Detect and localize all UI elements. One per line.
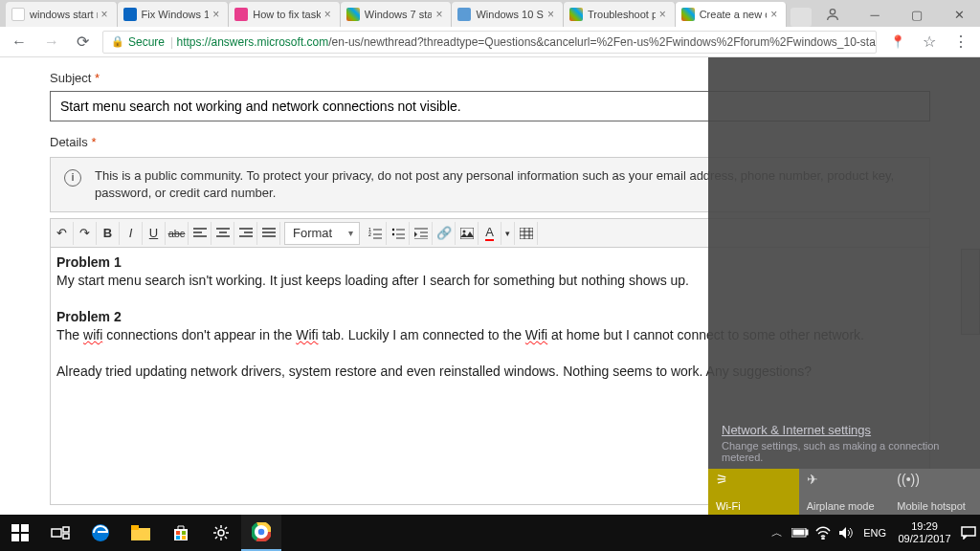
tab-1[interactable]: Fix Windows 10× xyxy=(118,2,230,27)
svg-point-4 xyxy=(391,233,393,235)
windows-taskbar: ︿ ENG 19:2909/21/2017 xyxy=(0,515,980,551)
indent-button[interactable] xyxy=(410,222,433,245)
hotspot-icon: ((•)) xyxy=(897,473,972,486)
profile-icon[interactable] xyxy=(812,2,854,27)
svg-rect-7 xyxy=(520,228,533,239)
svg-point-23 xyxy=(218,530,224,536)
svg-point-3 xyxy=(391,229,393,231)
close-icon[interactable]: × xyxy=(547,10,557,19)
settings-icon[interactable] xyxy=(201,515,241,551)
battery-icon[interactable] xyxy=(789,515,812,551)
svg-rect-34 xyxy=(962,527,975,536)
bullet-list-button[interactable] xyxy=(387,222,410,245)
text-color-button[interactable]: A xyxy=(479,222,501,245)
table-button[interactable] xyxy=(515,222,538,245)
tab-0[interactable]: windows start m× xyxy=(6,2,118,27)
edge-icon[interactable] xyxy=(80,515,121,551)
clock[interactable]: 19:2909/21/2017 xyxy=(892,520,957,545)
strike-button[interactable]: abc xyxy=(166,222,189,245)
svg-rect-5 xyxy=(460,228,474,239)
address-bar[interactable]: 🔒 Secure | https://answers.microsoft.com… xyxy=(102,31,877,54)
svg-rect-17 xyxy=(131,525,139,530)
airplane-tile[interactable]: ✈Airplane mode xyxy=(799,469,890,515)
volume-icon[interactable] xyxy=(835,515,858,551)
svg-point-6 xyxy=(462,230,465,232)
window-minimize[interactable]: ─ xyxy=(854,2,896,27)
underline-button[interactable]: U xyxy=(143,222,166,245)
svg-point-33 xyxy=(822,538,824,540)
info-icon: i xyxy=(64,169,81,187)
tab-5[interactable]: Troubleshoot p× xyxy=(564,2,676,27)
explorer-icon[interactable] xyxy=(121,515,161,551)
numbered-list-button[interactable]: 12 xyxy=(364,222,387,245)
redo-button[interactable]: ↷ xyxy=(74,222,97,245)
close-icon[interactable]: × xyxy=(435,10,445,19)
svg-rect-13 xyxy=(63,527,69,532)
language-indicator[interactable]: ENG xyxy=(858,527,892,539)
italic-button[interactable]: I xyxy=(120,222,143,245)
forward-button[interactable]: → xyxy=(40,32,63,53)
hotspot-tile[interactable]: ((•))Mobile hotspot xyxy=(889,469,980,515)
svg-rect-8 xyxy=(11,524,19,532)
format-select[interactable]: Format xyxy=(284,222,360,245)
tab-6[interactable]: Create a new qu× xyxy=(676,2,788,27)
chrome-tabstrip: windows start m× Fix Windows 10× How to … xyxy=(0,0,980,27)
chrome-toolbar: ← → ⟳ 🔒 Secure | https://answers.microso… xyxy=(0,27,980,57)
back-button[interactable]: ← xyxy=(8,32,31,53)
close-icon[interactable]: × xyxy=(659,10,669,19)
lock-icon: 🔒 xyxy=(111,35,124,48)
svg-rect-32 xyxy=(793,530,804,535)
reload-button[interactable]: ⟳ xyxy=(73,31,93,53)
undo-button[interactable]: ↶ xyxy=(51,222,74,245)
link-button[interactable]: 🔗 xyxy=(433,222,456,245)
task-view-button[interactable] xyxy=(40,515,80,551)
svg-rect-9 xyxy=(21,524,29,532)
window-maximize[interactable]: ▢ xyxy=(896,2,938,27)
network-flyout: Network & Internet settings Change setti… xyxy=(708,57,980,515)
align-justify-button[interactable] xyxy=(257,222,280,245)
svg-rect-19 xyxy=(176,531,180,535)
new-tab-button[interactable] xyxy=(791,8,812,27)
chrome-icon[interactable] xyxy=(241,515,281,551)
network-settings-link[interactable]: Network & Internet settings xyxy=(722,423,967,437)
tab-4[interactable]: Windows 10 Sta× xyxy=(452,2,564,27)
align-right-button[interactable] xyxy=(234,222,257,245)
close-icon[interactable]: × xyxy=(324,10,334,19)
airplane-icon: ✈ xyxy=(807,473,882,486)
bookmark-star[interactable]: ☆ xyxy=(919,31,940,53)
tab-2[interactable]: How to fix taskb× xyxy=(229,2,341,27)
svg-rect-12 xyxy=(52,529,61,537)
align-center-button[interactable] xyxy=(212,222,234,245)
text-color-dropdown[interactable]: ▾ xyxy=(501,222,515,245)
svg-point-0 xyxy=(830,10,835,14)
wifi-icon: ⚞ xyxy=(716,473,791,486)
tray-chevron[interactable]: ︿ xyxy=(766,515,789,551)
network-icon[interactable] xyxy=(812,515,835,551)
bold-button[interactable]: B xyxy=(97,222,120,245)
close-icon[interactable]: × xyxy=(770,10,780,19)
start-button[interactable] xyxy=(0,515,40,551)
image-button[interactable] xyxy=(456,222,479,245)
action-center-icon[interactable] xyxy=(957,515,980,551)
align-left-button[interactable] xyxy=(189,222,212,245)
close-icon[interactable]: × xyxy=(212,10,222,19)
svg-rect-31 xyxy=(806,530,808,535)
svg-rect-21 xyxy=(176,536,180,540)
chrome-menu[interactable]: ⋮ xyxy=(949,31,972,53)
store-icon[interactable] xyxy=(161,515,201,551)
close-icon[interactable]: × xyxy=(101,10,111,19)
svg-rect-20 xyxy=(182,531,186,535)
svg-rect-11 xyxy=(21,534,29,541)
window-close[interactable]: ✕ xyxy=(938,2,980,27)
svg-rect-14 xyxy=(63,534,69,539)
saved-site-icon[interactable]: 📍 xyxy=(886,33,909,51)
tab-3[interactable]: Windows 7 star× xyxy=(341,2,453,27)
svg-rect-22 xyxy=(182,536,186,540)
svg-text:2: 2 xyxy=(368,231,371,237)
svg-rect-10 xyxy=(11,534,19,541)
wifi-tile[interactable]: ⚞Wi-Fi xyxy=(708,469,799,515)
